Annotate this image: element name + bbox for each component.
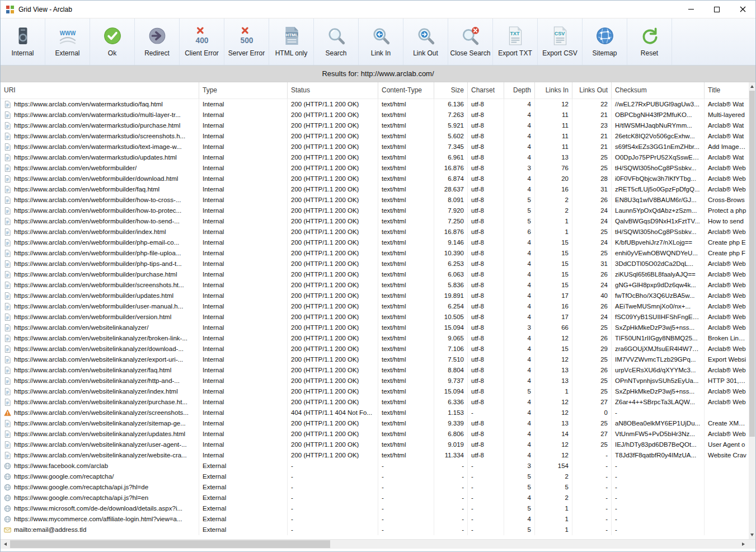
page-icon [4, 324, 11, 331]
table-row[interactable]: https://www.arclab.com/en/webformbuilder… [1, 269, 750, 280]
row-uri: https://www.arclab.com/en/websitelinkana… [14, 386, 195, 397]
vertical-scrollbar[interactable] [749, 82, 755, 539]
table-row[interactable]: https://www.arclab.com/en/websitelinkana… [1, 429, 750, 439]
toolbar-button-export-txt[interactable]: TXT Export TXT [493, 18, 538, 65]
toolbar-button-close-search[interactable]: Close Search [448, 18, 493, 65]
scroll-left-arrow[interactable] [1, 540, 10, 549]
table-row[interactable]: https://www.arclab.com/en/webformbuilder… [1, 312, 750, 322]
row-charset: - [468, 503, 504, 514]
row-links-in: 11 [535, 131, 572, 142]
table-row[interactable]: https://www.microsoft.com/de-de/download… [1, 503, 750, 514]
table-row[interactable]: https://www.arclab.com/en/webformbuilder… [1, 237, 750, 248]
toolbar-button-html-only[interactable]: HTML HTML only [269, 18, 314, 65]
row-type: Internal [199, 237, 288, 248]
horizontal-scroll-thumb[interactable] [10, 540, 330, 548]
row-status: 200 (HTTP/1.1 200 OK) [288, 333, 378, 344]
row-depth: 5 [504, 195, 535, 205]
row-charset: - [468, 525, 504, 535]
table-row[interactable]: https://www.arclab.com/en/webformbuilder… [1, 301, 750, 312]
row-checksum: aN8OBea0elkMY6EP1UjDu... [612, 418, 705, 429]
scroll-down-arrow[interactable] [749, 531, 755, 539]
toolbar-button-reset[interactable]: Reset [627, 18, 672, 65]
table-row[interactable]: https://www.google.com/recaptcha/ Extern… [1, 471, 750, 482]
column-header-uri[interactable]: URI [1, 82, 199, 99]
table-row[interactable]: https://www.arclab.com/en/watermarkstudi… [1, 110, 750, 120]
table-row[interactable]: https://www.arclab.com/en/websitelinkana… [1, 397, 750, 408]
column-header-links-out[interactable]: Links Out [572, 82, 612, 99]
table-row[interactable]: https://www.arclab.com/en/watermarkstudi… [1, 120, 750, 131]
table-row[interactable]: https://www.arclab.com/en/websitelinkana… [1, 344, 750, 354]
table-row[interactable]: https://www.arclab.com/en/websitelinkana… [1, 450, 750, 461]
table-row[interactable]: https://www.mycommerce.com/affiliate-log… [1, 514, 750, 525]
table-row[interactable]: https://www.arclab.com/en/webformbuilder… [1, 163, 750, 174]
table-row[interactable]: https://www.arclab.com/en/websitelinkana… [1, 354, 750, 365]
column-header-status[interactable]: Status [288, 82, 378, 99]
row-uri: https://www.google.com/recaptcha/api.js?… [14, 482, 195, 493]
row-charset: utf-8 [468, 248, 504, 259]
table-row[interactable]: https://www.arclab.com/en/websitelinkana… [1, 376, 750, 386]
toolbar-button-sitemap[interactable]: Sitemap [583, 18, 627, 65]
toolbar-button-ok[interactable]: Ok [90, 18, 135, 65]
table-row[interactable]: https://www.arclab.com/en/webformbuilder… [1, 216, 750, 227]
row-depth: 4 [504, 493, 535, 503]
table-row[interactable]: https://www.arclab.com/en/watermarkstudi… [1, 131, 750, 142]
table-row[interactable]: https://www.arclab.com/en/webformbuilder… [1, 174, 750, 184]
horizontal-scroll-track[interactable] [10, 540, 739, 549]
row-size: 10.505 [434, 312, 468, 322]
vertical-scroll-track[interactable] [749, 91, 755, 531]
column-header-depth[interactable]: Depth [504, 82, 535, 99]
row-content-type: text/html [378, 418, 434, 429]
toolbar-button-link-in[interactable]: Link In [359, 18, 403, 65]
toolbar-button-export-csv[interactable]: CSV Export CSV [538, 18, 583, 65]
table-row[interactable]: https://www.arclab.com/en/websitelinkana… [1, 333, 750, 344]
column-header-size[interactable]: Size [434, 82, 468, 99]
toolbar-button-link-out[interactable]: Link Out [403, 18, 448, 65]
scroll-up-arrow[interactable] [749, 82, 755, 91]
column-header-charset[interactable]: Charset [468, 82, 504, 99]
table-row[interactable]: https://www.arclab.com/en/webformbuilder… [1, 205, 750, 216]
row-uri: https://www.arclab.com/en/websitelinkana… [14, 333, 195, 344]
row-size: 5.921 [434, 120, 468, 131]
toolbar-button-server-error[interactable]: 500 Server Error [224, 18, 269, 65]
row-type: Internal [199, 291, 288, 301]
table-row[interactable]: https://www.arclab.com/en/websitelinkana… [1, 365, 750, 376]
toolbar-button-redirect[interactable]: Redirect [135, 18, 180, 65]
close-button[interactable] [730, 1, 755, 18]
column-header-checksum[interactable]: Checksum [612, 82, 705, 99]
table-row[interactable]: https://www.arclab.com/en/websitelinkana… [1, 418, 750, 429]
table-row[interactable]: https://www.arclab.com/en/watermarkstudi… [1, 142, 750, 152]
maximize-button[interactable] [704, 1, 730, 18]
toolbar-button-client-error[interactable]: 400 Client Error [180, 18, 224, 65]
table-row[interactable]: https://www.arclab.com/en/webformbuilder… [1, 248, 750, 259]
table-row[interactable]: https://www.arclab.com/en/webformbuilder… [1, 291, 750, 301]
row-links-in: 15 [535, 280, 572, 291]
table-row[interactable]: https://www.arclab.com/en/websitelinkana… [1, 386, 750, 397]
toolbar-button-search[interactable]: Search [314, 18, 359, 65]
column-header-type[interactable]: Type [199, 82, 288, 99]
table-row[interactable]: mailto:email@address.tld External - - - … [1, 525, 750, 535]
table-row[interactable]: https://www.arclab.com/en/webformbuilder… [1, 195, 750, 205]
vertical-scroll-thumb[interactable] [749, 91, 755, 437]
table-row[interactable]: https://www.arclab.com/en/watermarkstudi… [1, 152, 750, 163]
row-type: External [199, 514, 288, 525]
table-row[interactable]: https://www.google.com/recaptcha/api.js?… [1, 493, 750, 503]
table-row[interactable]: https://www.arclab.com/en/websitelinkana… [1, 439, 750, 450]
table-row[interactable]: https://www.facebook.com/arclab External… [1, 461, 750, 471]
table-row[interactable]: https://www.arclab.com/en/webformbuilder… [1, 227, 750, 237]
horizontal-scrollbar[interactable] [1, 539, 755, 549]
table-row[interactable]: https://www.arclab.com/en/webformbuilder… [1, 184, 750, 195]
column-header-links-in[interactable]: Links In [535, 82, 572, 99]
toolbar-button-internal[interactable]: Internal [1, 18, 45, 65]
table-row[interactable]: https://www.arclab.com/en/watermarkstudi… [1, 99, 750, 110]
table-row[interactable]: https://www.arclab.com/en/webformbuilder… [1, 280, 750, 291]
row-size: 1.153 [434, 408, 468, 418]
table-row[interactable]: https://www.arclab.com/en/websitelinkana… [1, 322, 750, 333]
table-row[interactable]: https://www.arclab.com/en/webformbuilder… [1, 259, 750, 269]
minimize-button[interactable] [678, 1, 704, 18]
column-header-content-type[interactable]: Content-Type [378, 82, 434, 99]
table-row[interactable]: https://www.arclab.com/en/websitelinkana… [1, 408, 750, 418]
table-row[interactable]: https://www.google.com/recaptcha/api.js?… [1, 482, 750, 493]
column-header-title[interactable]: Title [705, 82, 750, 99]
toolbar-button-external[interactable]: WWW External [45, 18, 90, 65]
scroll-right-arrow[interactable] [739, 540, 748, 549]
